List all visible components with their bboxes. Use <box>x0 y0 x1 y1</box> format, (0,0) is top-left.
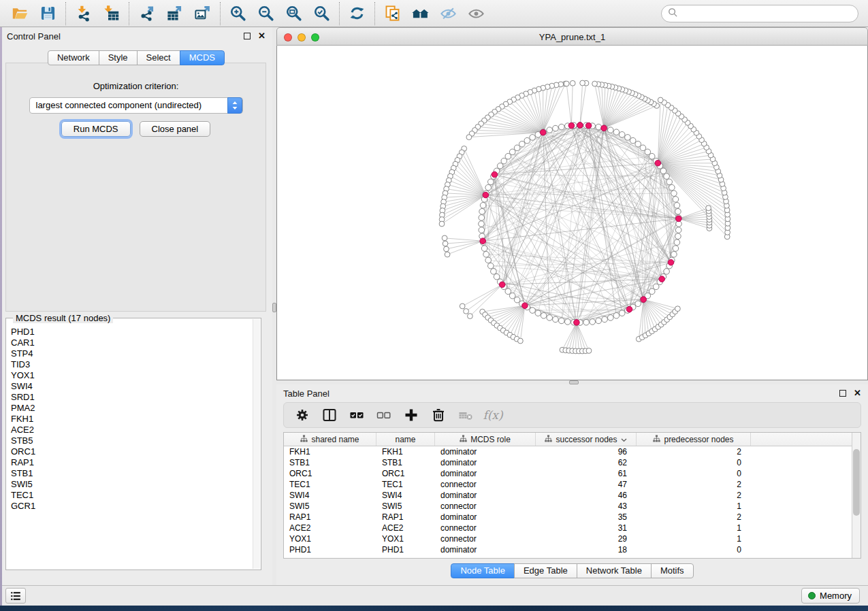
table-row[interactable]: RAP1RAP1dominator352 <box>284 512 861 523</box>
network-canvas[interactable] <box>276 46 868 380</box>
tab-node-table[interactable]: Node Table <box>451 563 515 578</box>
mcds-result-item[interactable]: GCR1 <box>7 501 251 512</box>
table-scrollbar[interactable] <box>852 433 861 558</box>
table-settings-icon[interactable] <box>293 406 311 424</box>
cell-name[interactable]: TEC1 <box>376 479 435 490</box>
close-table-panel-icon[interactable]: ✕ <box>854 390 861 397</box>
import-network-button[interactable] <box>69 3 97 24</box>
cell-successor-nodes[interactable]: 47 <box>536 479 637 490</box>
cell-shared-name[interactable]: TEC1 <box>284 479 376 490</box>
cell-mcds-role[interactable]: connector <box>435 501 536 512</box>
zoom-selected-button[interactable] <box>308 3 336 24</box>
save-session-button[interactable] <box>34 3 62 24</box>
cell-successor-nodes[interactable]: 43 <box>536 501 637 512</box>
run-mcds-button[interactable]: Run MCDS <box>61 121 131 137</box>
cell-shared-name[interactable]: ACE2 <box>284 523 376 533</box>
close-panel-icon[interactable]: ✕ <box>258 33 266 39</box>
mcds-result-item[interactable]: TEC1 <box>7 490 251 501</box>
mcds-result-item[interactable]: SWI5 <box>7 479 251 490</box>
table-row[interactable]: SWI5SWI5connector431 <box>284 501 861 512</box>
mcds-result-item[interactable]: CAR1 <box>7 337 251 348</box>
mcds-result-item[interactable]: PHD1 <box>7 327 251 337</box>
mcds-result-item[interactable]: RAP1 <box>7 457 251 468</box>
cell-mcds-role[interactable]: dominator <box>435 446 536 457</box>
cell-mcds-role[interactable]: connector <box>435 533 536 544</box>
tab-mcds[interactable]: MCDS <box>180 50 225 65</box>
cell-successor-nodes[interactable]: 62 <box>536 457 637 468</box>
zoom-fit-button[interactable] <box>280 3 308 24</box>
cell-mcds-role[interactable]: dominator <box>435 457 536 468</box>
mcds-result-item[interactable]: ORC1 <box>7 446 251 457</box>
mcds-result-item[interactable]: FKH1 <box>7 414 251 425</box>
tab-network[interactable]: Network <box>48 50 99 65</box>
cell-predecessor-nodes[interactable]: 2 <box>637 512 751 523</box>
cell-predecessor-nodes[interactable]: 0 <box>637 468 751 479</box>
export-table-button[interactable] <box>161 3 189 24</box>
cell-shared-name[interactable]: SWI4 <box>284 490 376 501</box>
table-row[interactable]: ORC1ORC1dominator610 <box>284 468 861 479</box>
cell-mcds-role[interactable]: dominator <box>435 490 536 501</box>
cell-successor-nodes[interactable]: 29 <box>536 533 637 544</box>
cell-name[interactable]: RAP1 <box>376 512 435 523</box>
delete-column-icon[interactable] <box>430 406 447 424</box>
export-network-button[interactable] <box>133 3 161 24</box>
cell-name[interactable]: ORC1 <box>376 468 435 479</box>
table-row[interactable]: ACE2ACE2connector311 <box>284 523 861 533</box>
select-all-check-icon[interactable] <box>348 406 366 424</box>
cell-predecessor-nodes[interactable]: 1 <box>637 501 751 512</box>
table-row[interactable]: SWI4SWI4dominator462 <box>284 490 861 501</box>
chevron-down-icon[interactable] <box>621 435 627 444</box>
mcds-result-item[interactable]: PMA2 <box>7 403 251 414</box>
table-row[interactable]: YOX1YOX1connector291 <box>284 533 861 544</box>
result-scrollbar[interactable] <box>253 319 260 569</box>
cell-shared-name[interactable]: FKH1 <box>284 446 376 457</box>
cell-shared-name[interactable]: STB1 <box>284 457 376 468</box>
delete-table-icon[interactable] <box>457 406 475 424</box>
search-box[interactable] <box>661 5 858 22</box>
column-header-name[interactable]: name <box>376 433 435 446</box>
network-titlebar[interactable]: YPA_prune.txt_1 <box>276 27 868 46</box>
cell-successor-nodes[interactable]: 18 <box>536 544 637 555</box>
zoom-out-button[interactable] <box>252 3 280 24</box>
column-header-predecessor-nodes[interactable]: predecessor nodes <box>637 433 751 446</box>
cell-predecessor-nodes[interactable]: 0 <box>637 457 751 468</box>
table-row[interactable]: PHD1PHD1dominator180 <box>284 544 861 555</box>
open-file-button[interactable] <box>6 3 34 24</box>
network-graph[interactable] <box>277 46 867 380</box>
tab-edge-table[interactable]: Edge Table <box>514 563 577 578</box>
search-input[interactable] <box>681 9 858 19</box>
cell-successor-nodes[interactable]: 35 <box>536 512 637 523</box>
mcds-result-item[interactable]: STB1 <box>7 468 251 479</box>
cell-shared-name[interactable]: RAP1 <box>284 512 376 523</box>
cell-predecessor-nodes[interactable]: 1 <box>637 533 751 544</box>
cell-mcds-role[interactable]: connector <box>435 479 536 490</box>
table-row[interactable]: STB1STB1dominator620 <box>284 457 861 468</box>
cell-predecessor-nodes[interactable]: 0 <box>637 544 751 555</box>
cell-predecessor-nodes[interactable]: 2 <box>637 490 751 501</box>
float-table-panel-icon[interactable] <box>839 390 846 397</box>
mcds-result-item[interactable]: TID3 <box>7 359 251 370</box>
cell-name[interactable]: STB1 <box>376 457 435 468</box>
tab-style[interactable]: Style <box>99 50 138 65</box>
cell-successor-nodes[interactable]: 61 <box>536 468 637 479</box>
hide-selected-button[interactable] <box>434 3 462 24</box>
deselect-all-icon[interactable] <box>375 406 393 424</box>
cell-shared-name[interactable]: SWI5 <box>284 501 376 512</box>
mcds-result-item[interactable]: STB5 <box>7 435 251 446</box>
show-columns-icon[interactable] <box>321 406 338 424</box>
cell-shared-name[interactable]: YOX1 <box>284 533 376 544</box>
cell-shared-name[interactable]: ORC1 <box>284 468 376 479</box>
cell-mcds-role[interactable]: dominator <box>435 468 536 479</box>
tab-select[interactable]: Select <box>137 50 180 65</box>
cell-shared-name[interactable]: PHD1 <box>284 544 376 555</box>
cell-predecessor-nodes[interactable]: 2 <box>637 446 751 457</box>
cell-name[interactable]: PHD1 <box>376 544 435 555</box>
mcds-result-item[interactable]: STP4 <box>7 348 251 359</box>
tab-network-table[interactable]: Network Table <box>577 563 652 578</box>
memory-button[interactable]: Memory <box>801 588 860 604</box>
column-header-shared-name[interactable]: shared name <box>284 433 376 446</box>
cell-name[interactable]: FKH1 <box>376 446 435 457</box>
mcds-result-item[interactable]: YOX1 <box>7 370 251 381</box>
float-panel-icon[interactable] <box>244 33 251 39</box>
cell-successor-nodes[interactable]: 31 <box>536 523 637 533</box>
